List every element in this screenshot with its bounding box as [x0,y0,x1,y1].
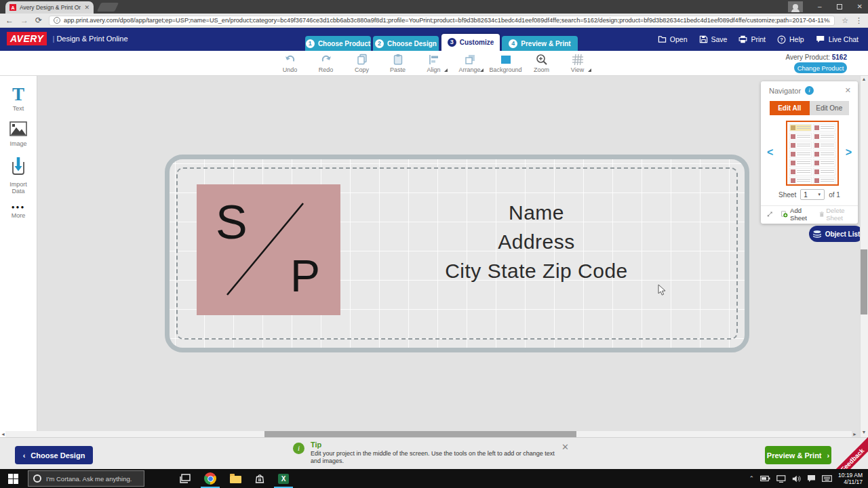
scroll-right-arrow-icon[interactable]: ► [852,432,857,436]
sidebar-item-more[interactable]: ●●● More [0,204,37,219]
network-icon[interactable] [776,475,786,483]
bookmark-star-icon[interactable]: ☆ [842,16,848,25]
zoom-button[interactable]: Zoom [524,53,559,73]
edit-toolbar: Undo Redo Copy Paste Align Arrange Backg… [0,51,868,76]
preview-print-button[interactable]: Preview & Print › [765,446,831,464]
scroll-down-arrow-icon[interactable]: ▼ [860,430,868,434]
scroll-left-arrow-icon[interactable]: ◄ [1,432,5,436]
label-canvas[interactable]: S P Name Address City State Zip Code [165,155,749,352]
tab-title: Avery Design & Print Onl [20,4,81,11]
view-button[interactable]: View [559,53,595,73]
redo-button[interactable]: Redo [308,53,344,73]
refresh-icon[interactable]: ⟳ [35,16,42,25]
vertical-scrollbar-thumb[interactable] [861,249,867,314]
start-button-icon[interactable] [8,474,18,484]
prev-sheet-chevron-icon[interactable]: < [767,146,773,159]
address-text-block[interactable]: Name Address City State Zip Code [401,198,672,285]
delete-sheet-button[interactable]: Delete Sheet [819,207,852,222]
tab-customize[interactable]: 3 Customize [441,34,500,51]
cortana-search-box[interactable]: I'm Cortana. Ask me anything. [28,470,144,487]
live-chat-button[interactable]: Live Chat [816,35,859,43]
add-sheet-label: Add Sheet [790,207,811,222]
navigator-sheet-thumbnail-grid[interactable] [786,121,839,186]
add-sheet-button[interactable]: Add Sheet [781,207,810,222]
avery-product-info: Avery Product: 5162 [786,54,847,61]
file-explorer-button[interactable] [230,469,241,488]
object-list-button[interactable]: Object List [809,226,863,242]
help-button[interactable]: ? Help [777,35,804,44]
address-bar[interactable]: i app.print.avery.com/dpo8/app/target;ep… [49,16,835,26]
open-button[interactable]: Open [658,35,688,43]
edit-all-tab[interactable]: Edit All [770,101,810,115]
undo-button[interactable]: Undo [272,53,308,73]
background-button[interactable]: Background [488,53,524,73]
notification-icon[interactable] [807,474,816,483]
product-number: 5162 [832,54,847,61]
import-data-icon [9,157,28,177]
tab-choose-product[interactable]: 1 Choose Product [305,36,371,51]
sidebar-item-image[interactable]: Image [0,121,37,147]
sidebar-item-text[interactable]: T Text [0,85,37,112]
scroll-up-arrow-icon[interactable]: ▲ [860,77,868,81]
mouse-cursor [658,284,666,296]
url-text: app.print.avery.com/dpo8/app/target;ep=U… [64,17,830,24]
paste-button[interactable]: Paste [380,53,416,73]
choose-design-button[interactable]: ‹ Choose Design [15,446,93,464]
new-tab-button[interactable] [97,3,119,12]
tip-info-icon: i [293,443,304,454]
action-label: Open [670,35,688,43]
chevron-left-icon: ‹ [23,451,26,460]
thumbnail-label-cell [813,150,835,158]
feedback-ribbon[interactable]: Feedback [827,437,868,469]
sheet-number-dropdown[interactable]: 1 ▼ [800,189,825,200]
battery-icon[interactable] [760,475,770,482]
tray-expand-chevron-icon[interactable]: ⌃ [749,475,755,482]
save-button[interactable]: Save [699,35,728,43]
chrome-taskbar-button[interactable] [204,469,216,488]
window-close-icon[interactable]: ✕ [857,3,863,10]
view-dropdown-icon[interactable] [588,68,591,72]
back-icon[interactable]: ← [5,16,14,25]
tip-close-icon[interactable]: ✕ [561,442,569,452]
tool-label: Undo [272,66,308,73]
navigator-close-icon[interactable]: ✕ [845,86,851,95]
align-button[interactable]: Align [416,53,452,73]
edit-one-tab[interactable]: Edit One [810,101,850,115]
window-maximize-icon[interactable] [837,4,842,9]
browser-menu-icon[interactable]: ⋮ [855,16,863,25]
browser-toolbar: ← → ⟳ i app.print.avery.com/dpo8/app/tar… [0,14,868,28]
background-icon [499,54,513,66]
sidebar-item-import-data[interactable]: Import Data [0,157,37,195]
arrange-dropdown-icon[interactable] [480,68,484,72]
store-button[interactable] [255,469,264,488]
print-button[interactable]: Print [738,35,766,43]
horizontal-scrollbar[interactable] [5,431,852,437]
monogram-image[interactable]: S P [197,184,340,315]
arrange-button[interactable]: Arrange [452,53,488,73]
keyboard-icon[interactable] [822,475,832,482]
browser-profile-button[interactable] [788,1,803,12]
chrome-icon [204,472,216,485]
page-info-icon[interactable]: i [54,17,60,24]
info-icon[interactable]: i [805,86,814,95]
tab-choose-design[interactable]: 2 Choose Design [373,36,439,51]
excel-taskbar-button[interactable]: X [278,469,289,488]
browser-tab[interactable]: A Avery Design & Print Onl ✕ [5,1,94,14]
change-product-button[interactable]: Change Product [794,62,847,73]
expand-navigator-icon[interactable] [767,210,772,218]
chat-bubble-icon [816,35,825,43]
task-view-button[interactable] [180,469,191,488]
monogram-letter-bottom: P [290,251,320,301]
window-minimize-icon[interactable]: – [818,3,822,10]
tab-close-icon[interactable]: ✕ [84,4,90,11]
tab-preview-print[interactable]: 4 Preview & Print [502,36,578,51]
next-sheet-chevron-icon[interactable]: > [846,146,852,159]
speaker-icon[interactable] [792,475,801,483]
thumbnail-label-cell [813,124,835,131]
action-label: Print [751,35,766,43]
taskbar-clock[interactable]: 10:19 AM 4/11/17 [838,472,863,485]
copy-button[interactable]: Copy [344,53,380,73]
horizontal-scrollbar-thumb[interactable] [264,431,576,437]
align-dropdown-icon[interactable] [444,68,448,72]
forward-icon[interactable]: → [20,16,28,25]
